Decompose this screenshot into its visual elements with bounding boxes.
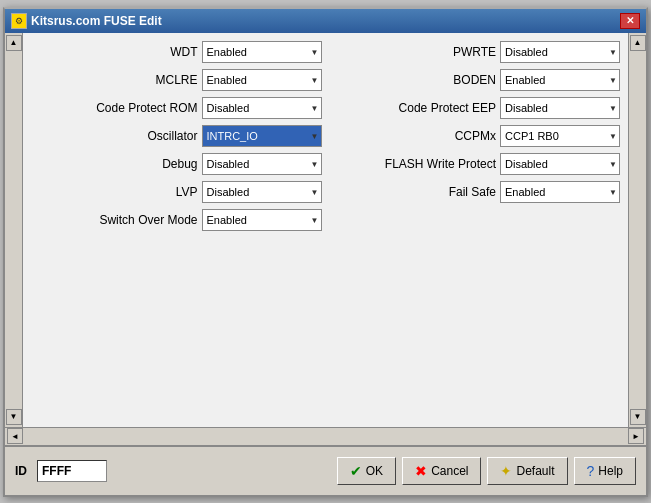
- scroll-down-left[interactable]: ▼: [6, 409, 22, 425]
- left-scrollbar: ▲ ▼: [5, 33, 23, 427]
- select-wrapper-2: EnabledDisabled: [202, 97, 322, 119]
- select-wrapper-4: EnabledDisabled: [202, 153, 322, 175]
- right-select-wrapper-4: EnabledDisabled: [500, 153, 620, 175]
- close-button[interactable]: ✕: [620, 13, 640, 29]
- left-row-5: LVPEnabledDisabled: [31, 181, 322, 203]
- id-label: ID: [15, 464, 27, 478]
- scroll-down-right[interactable]: ▼: [630, 409, 646, 425]
- right-select-wrapper-3: CCP1 RB0CCP1 RB3: [500, 125, 620, 147]
- ok-icon: ✔: [350, 463, 362, 479]
- select-mclre[interactable]: EnabledDisabled: [202, 69, 322, 91]
- cancel-button-label: Cancel: [431, 464, 468, 478]
- ok-button-label: OK: [366, 464, 383, 478]
- right-select-flash-write-protect[interactable]: EnabledDisabled: [500, 153, 620, 175]
- select-wdt[interactable]: EnabledDisabled: [202, 41, 322, 63]
- right-row-5: Fail SafeEnabledDisabled: [330, 181, 621, 203]
- main-content: WDTEnabledDisabledMCLREEnabledDisabledCo…: [23, 33, 628, 427]
- select-lvp[interactable]: EnabledDisabled: [202, 181, 322, 203]
- right-row-4: FLASH Write ProtectEnabledDisabled: [330, 153, 621, 175]
- right-scrollbar: ▲ ▼: [628, 33, 646, 427]
- right-column: PWRTEEnabledDisabledBODENEnabledDisabled…: [330, 41, 621, 419]
- right-label-fail-safe: Fail Safe: [449, 185, 496, 199]
- right-row-0: PWRTEEnabledDisabled: [330, 41, 621, 63]
- scroll-up-right[interactable]: ▲: [630, 35, 646, 51]
- window-title: Kitsrus.com FUSE Edit: [31, 14, 162, 28]
- bottom-scrollbar: ◄ ►: [5, 427, 646, 445]
- window-icon: ⚙: [11, 13, 27, 29]
- right-label-ccpmx: CCPMx: [455, 129, 496, 143]
- select-wrapper-0: EnabledDisabled: [202, 41, 322, 63]
- right-select-boden[interactable]: EnabledDisabled: [500, 69, 620, 91]
- right-select-wrapper-2: EnabledDisabled: [500, 97, 620, 119]
- form-area: WDTEnabledDisabledMCLREEnabledDisabledCo…: [31, 41, 620, 419]
- footer-buttons: ✔OK✖Cancel✦Default?Help: [337, 457, 636, 485]
- default-icon: ✦: [500, 463, 512, 479]
- right-select-pwrte[interactable]: EnabledDisabled: [500, 41, 620, 63]
- select-code-protect-rom[interactable]: EnabledDisabled: [202, 97, 322, 119]
- cancel-button[interactable]: ✖Cancel: [402, 457, 481, 485]
- left-row-1: MCLREEnabledDisabled: [31, 69, 322, 91]
- select-wrapper-1: EnabledDisabled: [202, 69, 322, 91]
- window-body: ▲ ▼ WDTEnabledDisabledMCLREEnabledDisabl…: [5, 33, 646, 427]
- default-button[interactable]: ✦Default: [487, 457, 567, 485]
- scroll-left[interactable]: ◄: [7, 428, 23, 444]
- help-button[interactable]: ?Help: [574, 457, 636, 485]
- right-label-boden: BODEN: [453, 73, 496, 87]
- left-row-0: WDTEnabledDisabled: [31, 41, 322, 63]
- right-select-wrapper-1: EnabledDisabled: [500, 69, 620, 91]
- left-column: WDTEnabledDisabledMCLREEnabledDisabledCo…: [31, 41, 322, 419]
- default-button-label: Default: [516, 464, 554, 478]
- label-mclre: MCLRE: [155, 73, 197, 87]
- left-row-3: OscillatorINTRC_IOINTRCEXTRCHSXTLP: [31, 125, 322, 147]
- id-input[interactable]: [37, 460, 107, 482]
- label-wdt: WDT: [170, 45, 197, 59]
- right-row-3: CCPMxCCP1 RB0CCP1 RB3: [330, 125, 621, 147]
- cancel-icon: ✖: [415, 463, 427, 479]
- right-select-fail-safe[interactable]: EnabledDisabled: [500, 181, 620, 203]
- main-window: ⚙ Kitsrus.com FUSE Edit ✕ ▲ ▼ WDTEnabled…: [3, 7, 648, 497]
- right-label-code-protect-eep: Code Protect EEP: [399, 101, 496, 115]
- scroll-right[interactable]: ►: [628, 428, 644, 444]
- right-row-1: BODENEnabledDisabled: [330, 69, 621, 91]
- right-select-ccpmx[interactable]: CCP1 RB0CCP1 RB3: [500, 125, 620, 147]
- right-select-wrapper-0: EnabledDisabled: [500, 41, 620, 63]
- select-switch-over-mode[interactable]: EnabledDisabled: [202, 209, 322, 231]
- left-row-4: DebugEnabledDisabled: [31, 153, 322, 175]
- right-label-pwrte: PWRTE: [453, 45, 496, 59]
- left-row-2: Code Protect ROMEnabledDisabled: [31, 97, 322, 119]
- label-code-protect-rom: Code Protect ROM: [96, 101, 197, 115]
- select-wrapper-6: EnabledDisabled: [202, 209, 322, 231]
- select-wrapper-3: INTRC_IOINTRCEXTRCHSXTLP: [202, 125, 322, 147]
- right-select-code-protect-eep[interactable]: EnabledDisabled: [500, 97, 620, 119]
- title-bar: ⚙ Kitsrus.com FUSE Edit ✕: [5, 9, 646, 33]
- label-debug: Debug: [162, 157, 197, 171]
- title-buttons: ✕: [620, 13, 640, 29]
- right-row-2: Code Protect EEPEnabledDisabled: [330, 97, 621, 119]
- help-button-label: Help: [598, 464, 623, 478]
- footer: ID ✔OK✖Cancel✦Default?Help: [5, 445, 646, 495]
- help-icon: ?: [587, 463, 595, 479]
- title-bar-left: ⚙ Kitsrus.com FUSE Edit: [11, 13, 162, 29]
- label-switch-over-mode: Switch Over Mode: [99, 213, 197, 227]
- label-lvp: LVP: [176, 185, 198, 199]
- label-oscillator: Oscillator: [147, 129, 197, 143]
- ok-button[interactable]: ✔OK: [337, 457, 396, 485]
- select-wrapper-5: EnabledDisabled: [202, 181, 322, 203]
- select-debug[interactable]: EnabledDisabled: [202, 153, 322, 175]
- right-select-wrapper-5: EnabledDisabled: [500, 181, 620, 203]
- right-label-flash-write-protect: FLASH Write Protect: [385, 157, 496, 171]
- select-oscillator[interactable]: INTRC_IOINTRCEXTRCHSXTLP: [202, 125, 322, 147]
- scroll-up-left[interactable]: ▲: [6, 35, 22, 51]
- left-row-6: Switch Over ModeEnabledDisabled: [31, 209, 322, 231]
